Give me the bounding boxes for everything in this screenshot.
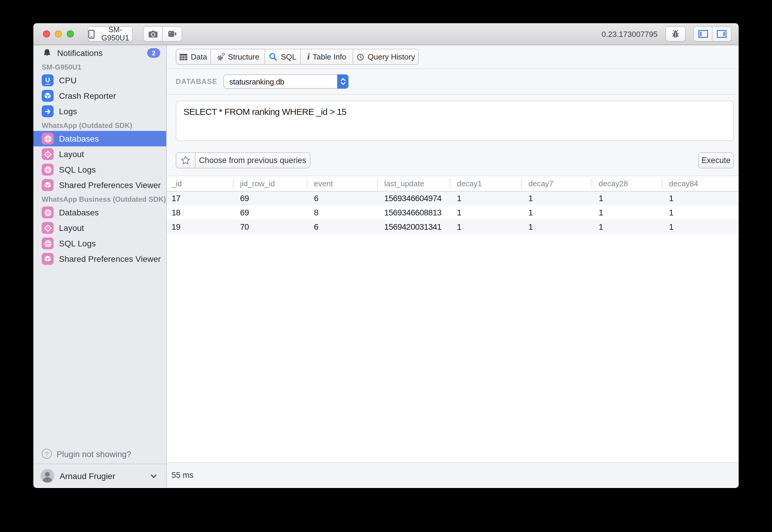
sidebar-bottom: ? Plugin not showing? Arnaud Frugier bbox=[33, 444, 166, 487]
table-grid-icon bbox=[179, 53, 188, 60]
select-stepper-icon bbox=[337, 74, 349, 89]
user-name: Arnaud Frugier bbox=[60, 471, 115, 481]
arrow-right-icon bbox=[42, 105, 54, 117]
toggle-right-sidebar-button[interactable] bbox=[712, 26, 732, 42]
traffic-lights bbox=[43, 23, 74, 45]
pane-toggle-buttons bbox=[693, 26, 732, 42]
column-header: event bbox=[307, 176, 377, 191]
results-header-row: _id jid_row_id event last_update decay1 … bbox=[167, 176, 739, 191]
sidebar-section-whatsapp-business: WhatsApp Business (Outdated SDK) bbox=[33, 193, 166, 205]
cube-icon bbox=[42, 179, 54, 191]
globe-icon bbox=[42, 164, 54, 176]
video-camera-icon bbox=[168, 30, 176, 37]
column-header: decay7 bbox=[521, 176, 592, 191]
avatar bbox=[40, 469, 54, 483]
globe-icon bbox=[42, 206, 54, 218]
previous-queries-group: Choose from previous queries bbox=[176, 152, 310, 168]
execute-button[interactable]: Execute bbox=[698, 152, 734, 168]
titlebar: SM-G950U1 0.23.173007795 bbox=[33, 23, 739, 45]
database-select[interactable]: statusranking.db bbox=[224, 74, 349, 89]
bug-report-button[interactable] bbox=[665, 26, 686, 42]
sidebar-item-shared-preferences-whatsapp-business[interactable]: Shared Preferences Viewer bbox=[33, 251, 166, 267]
globe-icon bbox=[42, 237, 54, 249]
tab-data[interactable]: Data bbox=[176, 49, 211, 65]
sidebar-item-layout-whatsapp[interactable]: Layout bbox=[33, 146, 166, 162]
screen-record-button[interactable] bbox=[162, 26, 182, 42]
bug-icon bbox=[671, 29, 680, 39]
magnifier-icon bbox=[269, 52, 278, 61]
table-row[interactable]: 1769 61569346604974 11 11 bbox=[167, 191, 739, 205]
question-mark-icon: ? bbox=[42, 449, 52, 459]
camera-icon bbox=[148, 30, 157, 38]
cube-icon bbox=[42, 253, 54, 265]
table-row[interactable]: 1970 61569420031341 11 11 bbox=[167, 220, 739, 234]
column-header: _id bbox=[167, 176, 233, 191]
notifications-badge: 2 bbox=[147, 48, 160, 58]
view-tabs: Data Structure SQL bbox=[176, 49, 419, 65]
column-header: decay28 bbox=[592, 176, 662, 191]
sidebar-item-notifications[interactable]: Notifications 2 bbox=[33, 45, 166, 61]
column-header: last_update bbox=[377, 176, 450, 191]
table-row[interactable]: 1869 81569346608813 11 11 bbox=[167, 205, 739, 220]
plugin-help-link[interactable]: ? Plugin not showing? bbox=[33, 444, 166, 464]
window-content: Notifications 2 SM-G950U1 U CPU Crash Re… bbox=[33, 45, 739, 487]
plugin-sidebar: Notifications 2 SM-G950U1 U CPU Crash Re… bbox=[33, 45, 167, 487]
sidebar-item-databases-whatsapp[interactable]: Databases bbox=[33, 131, 166, 146]
sidebar-item-sql-logs-whatsapp[interactable]: SQL Logs bbox=[33, 162, 166, 177]
bell-icon bbox=[42, 48, 52, 58]
gear-icon bbox=[216, 52, 225, 61]
phone-icon bbox=[88, 29, 95, 38]
cpu-plugin-icon: U bbox=[42, 74, 54, 86]
screenshot-button[interactable] bbox=[143, 26, 162, 42]
tab-query-history[interactable]: Query History bbox=[353, 49, 419, 65]
toggle-left-sidebar-button[interactable] bbox=[693, 26, 712, 42]
star-icon bbox=[180, 155, 190, 165]
view-toolbar: Data Structure SQL bbox=[167, 45, 739, 69]
sidebar-item-shared-preferences-whatsapp[interactable]: Shared Preferences Viewer bbox=[33, 177, 166, 193]
left-pane-icon bbox=[698, 30, 708, 38]
column-header: decay1 bbox=[450, 176, 521, 191]
sidebar-item-databases-whatsapp-business[interactable]: Databases bbox=[33, 205, 166, 220]
sidebar-section-whatsapp: WhatsApp (Outdated SDK) bbox=[33, 119, 166, 131]
query-actions: Choose from previous queries Execute bbox=[176, 152, 734, 168]
plugin-help-label: Plugin not showing? bbox=[57, 449, 131, 459]
target-icon bbox=[42, 148, 54, 160]
column-header: decay84 bbox=[662, 176, 739, 191]
column-header: jid_row_id bbox=[233, 176, 307, 191]
database-label: DATABASE bbox=[176, 77, 224, 86]
query-duration: 55 ms bbox=[171, 471, 194, 480]
query-section: SELECT * FROM ranking WHERE _id > 15 Cho… bbox=[167, 95, 739, 176]
tab-structure[interactable]: Structure bbox=[211, 49, 265, 65]
favorite-query-button[interactable] bbox=[176, 152, 196, 168]
tab-table-info[interactable]: i Table Info bbox=[301, 49, 353, 65]
screen: SM-G950U1 0.23.173007795 bbox=[0, 0, 772, 532]
sidebar-item-sql-logs-whatsapp-business[interactable]: SQL Logs bbox=[33, 236, 166, 251]
query-status-bar: 55 ms bbox=[167, 462, 739, 487]
flipper-window: SM-G950U1 0.23.173007795 bbox=[33, 23, 739, 488]
chevron-down-icon bbox=[149, 472, 158, 480]
titlebar-right: 0.23.173007795 bbox=[602, 26, 732, 42]
zoom-button[interactable] bbox=[67, 30, 74, 37]
query-editor[interactable]: SELECT * FROM ranking WHERE _id > 15 bbox=[176, 101, 734, 141]
results-table: _id jid_row_id event last_update decay1 … bbox=[167, 176, 739, 234]
sidebar-section-device: SM-G950U1 bbox=[33, 61, 166, 73]
sidebar-item-layout-whatsapp-business[interactable]: Layout bbox=[33, 220, 166, 236]
choose-previous-queries-button[interactable]: Choose from previous queries bbox=[196, 152, 310, 168]
database-selector-row: DATABASE statusranking.db bbox=[167, 69, 739, 95]
info-icon: i bbox=[307, 53, 310, 61]
minimize-button[interactable] bbox=[55, 30, 62, 37]
history-clock-icon bbox=[357, 53, 365, 61]
sidebar-item-crash-reporter[interactable]: Crash Reporter bbox=[33, 88, 166, 104]
user-menu[interactable]: Arnaud Frugier bbox=[33, 464, 166, 487]
capture-buttons bbox=[143, 26, 182, 42]
device-name: SM-G950U1 bbox=[98, 26, 132, 42]
database-selected-value: statusranking.db bbox=[229, 77, 284, 86]
close-button[interactable] bbox=[43, 30, 50, 37]
sidebar-item-cpu[interactable]: U CPU bbox=[33, 73, 166, 88]
target-icon bbox=[42, 222, 54, 234]
sidebar-item-logs[interactable]: Logs bbox=[33, 104, 166, 119]
device-selector-button[interactable]: SM-G950U1 bbox=[87, 26, 133, 42]
notifications-label: Notifications bbox=[57, 48, 103, 58]
tab-sql[interactable]: SQL bbox=[265, 49, 301, 65]
databases-plugin-panel: Data Structure SQL bbox=[167, 45, 739, 487]
